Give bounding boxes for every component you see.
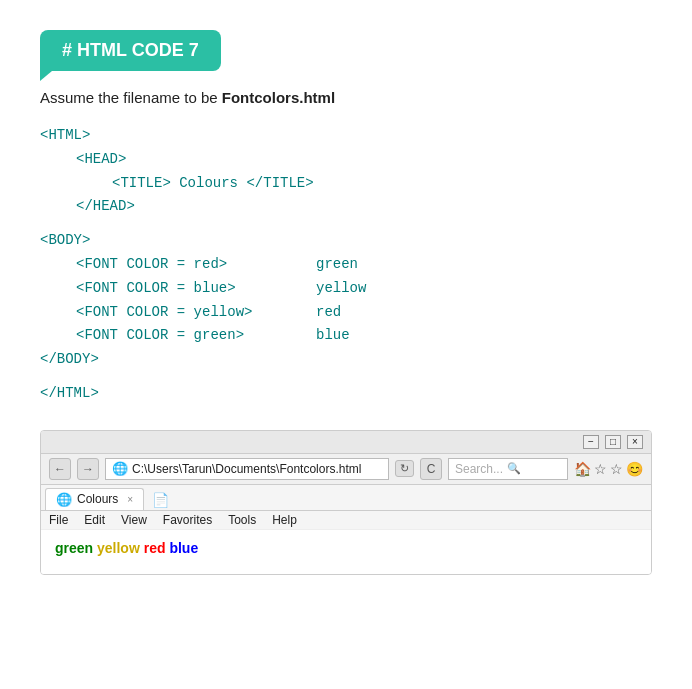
url-box[interactable]: 🌐 C:\Users\Tarun\Documents\Fontcolors.ht… [105, 458, 389, 480]
browser-menubar: File Edit View Favorites Tools Help [41, 511, 651, 530]
close-button[interactable]: × [627, 435, 643, 449]
menu-view[interactable]: View [121, 513, 147, 527]
code-val-red: green [316, 253, 358, 277]
code-tag-green: <FONT COLOR = green> [76, 324, 316, 348]
browser-titlebar: − □ × [41, 431, 651, 454]
tab-close-button[interactable]: × [127, 494, 133, 505]
intro-prefix: Assume the filename to be [40, 89, 222, 106]
code-line-html-open: <HTML> [40, 127, 90, 143]
code-line-head-close: </HEAD> [40, 195, 652, 219]
section-badge: # HTML CODE 7 [40, 30, 221, 71]
menu-favorites[interactable]: Favorites [163, 513, 212, 527]
code-line-body-close: </BODY> [40, 351, 99, 367]
content-word-blue: blue [169, 540, 198, 556]
code-line-font-red: <FONT COLOR = red> green [40, 253, 652, 277]
code-val-blue: yellow [316, 277, 366, 301]
favorites-button[interactable]: ☆ [610, 461, 623, 477]
menu-file[interactable]: File [49, 513, 68, 527]
content-word-red: red [144, 540, 166, 556]
tab-favicon: 🌐 [56, 492, 72, 507]
browser-tab[interactable]: 🌐 Colours × [45, 488, 144, 510]
search-icon: 🔍 [507, 462, 521, 475]
intro-text: Assume the filename to be Fontcolors.htm… [40, 89, 652, 106]
code-line-font-blue: <FONT COLOR = blue> yellow [40, 277, 652, 301]
maximize-button[interactable]: □ [605, 435, 621, 449]
code-line-head-open: <HEAD> [40, 148, 652, 172]
menu-tools[interactable]: Tools [228, 513, 256, 527]
code-tag-blue: <FONT COLOR = blue> [76, 277, 316, 301]
browser-addressbar: ← → 🌐 C:\Users\Tarun\Documents\Fontcolor… [41, 454, 651, 485]
refresh-button[interactable]: ↻ [395, 460, 414, 477]
code-line-body-open: <BODY> [40, 232, 90, 248]
code-val-yellow: red [316, 301, 341, 325]
code-val-green: blue [316, 324, 350, 348]
code-line-html-close: </HTML> [40, 385, 99, 401]
forward-button[interactable]: → [77, 458, 99, 480]
tab-title: Colours [77, 492, 118, 506]
search-placeholder: Search... [455, 462, 503, 476]
minimize-button[interactable]: − [583, 435, 599, 449]
blank-2 [40, 372, 652, 382]
code-block: <HTML> <HEAD> <TITLE> Colours </TITLE> <… [40, 124, 652, 406]
search-box[interactable]: Search... 🔍 [448, 458, 568, 480]
code-line-font-yellow: <FONT COLOR = yellow> red [40, 301, 652, 325]
code-tag-yellow: <FONT COLOR = yellow> [76, 301, 316, 325]
back-button[interactable]: ← [49, 458, 71, 480]
badge-text: # HTML CODE 7 [62, 40, 199, 60]
browser-tabbar: 🌐 Colours × 📄 [41, 485, 651, 511]
code-line-font-green: <FONT COLOR = green> blue [40, 324, 652, 348]
stop-button[interactable]: C [420, 458, 442, 480]
content-word-yellow: yellow [97, 540, 140, 556]
blank-1 [40, 219, 652, 229]
browser-home-icons: 🏠 ☆ ☆ 😊 [574, 461, 643, 477]
new-tab-button[interactable]: 📄 [146, 490, 175, 510]
intro-filename: Fontcolors.html [222, 89, 335, 106]
content-word-green: green [55, 540, 93, 556]
url-icon: 🌐 [112, 461, 128, 476]
home-button[interactable]: 🏠 [574, 461, 591, 477]
code-tag-red: <FONT COLOR = red> [76, 253, 316, 277]
url-text: C:\Users\Tarun\Documents\Fontcolors.html [132, 462, 361, 476]
menu-edit[interactable]: Edit [84, 513, 105, 527]
star-button[interactable]: ☆ [594, 461, 607, 477]
browser-content: green yellow red blue [41, 530, 651, 574]
code-line-title: <TITLE> Colours </TITLE> [40, 172, 652, 196]
browser-mockup: − □ × ← → 🌐 C:\Users\Tarun\Documents\Fon… [40, 430, 652, 575]
menu-help[interactable]: Help [272, 513, 297, 527]
settings-icon[interactable]: 😊 [626, 461, 643, 477]
